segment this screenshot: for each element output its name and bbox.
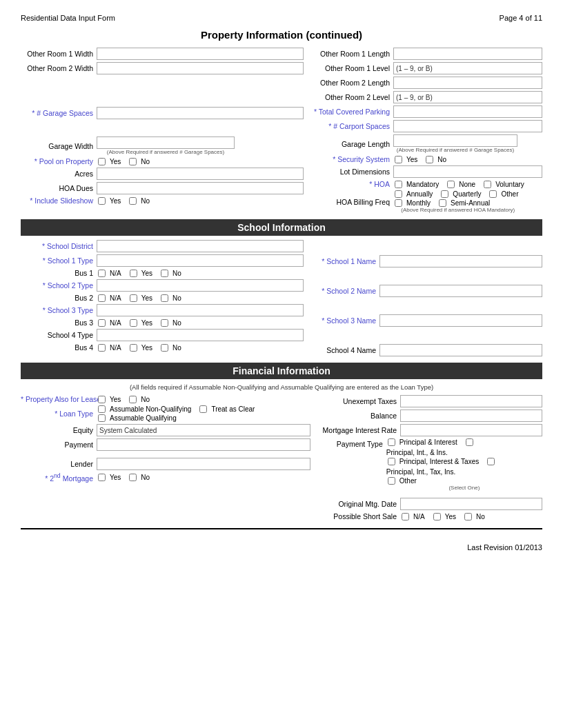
school4-type-row: School 4 Type <box>21 329 304 341</box>
acres-row: Acres <box>21 168 304 180</box>
school2-type-input[interactable] <box>97 279 304 292</box>
loan-type-label: * Loan Type <box>21 410 97 418</box>
short-sale-no-check[interactable] <box>464 513 472 520</box>
hoa-dues-input[interactable] <box>97 182 304 194</box>
hoa-annually-check[interactable] <box>395 190 402 198</box>
payment-type-label: Payment Type <box>310 440 386 448</box>
pt-pi-ins-label: Principal, Int., & Ins. <box>386 449 448 456</box>
bus1-yes-check[interactable] <box>130 270 137 277</box>
assumable-nq-check[interactable] <box>98 405 106 413</box>
lender-row: Lender <box>21 458 310 470</box>
second-mtg-no-check[interactable] <box>129 474 137 481</box>
short-sale-na-label: N/A <box>413 513 425 520</box>
short-sale-yes-check[interactable] <box>433 513 441 520</box>
hoa-other-check[interactable] <box>489 190 497 198</box>
other-room1-length-input[interactable] <box>393 48 542 60</box>
bus3-yes-check[interactable] <box>130 319 137 327</box>
other-room2-length-input[interactable] <box>393 77 542 89</box>
other-room1-width-input[interactable] <box>97 48 304 60</box>
slideshow-no-check[interactable] <box>129 197 137 205</box>
hoa-quarterly-check[interactable] <box>441 190 448 198</box>
original-mtg-date-input[interactable] <box>400 498 542 510</box>
property-lease-label: * Property Also for Lease <box>21 395 97 403</box>
school-district-label: * School District <box>21 242 97 250</box>
bus3-row: Bus 3 N/A Yes No <box>21 318 304 327</box>
hoa-voluntary-check[interactable] <box>484 181 491 188</box>
bus4-na-check[interactable] <box>98 344 106 352</box>
lot-dimensions-input[interactable] <box>393 165 542 178</box>
mortgage-rate-input[interactable] <box>400 424 542 436</box>
pt-piti-check[interactable] <box>487 458 495 465</box>
hoa-semiannual-check[interactable] <box>439 199 446 207</box>
lease-yes-check[interactable] <box>98 396 106 403</box>
school3-name-input[interactable] <box>379 314 542 327</box>
unexempt-taxes-input[interactable] <box>400 395 542 407</box>
garage-length-input[interactable] <box>393 134 517 147</box>
payment-input[interactable] <box>97 438 310 451</box>
school1-type-input[interactable] <box>97 254 304 267</box>
other-room1-length-row: Other Room 1 Length <box>304 48 542 60</box>
balance-label: Balance <box>310 412 400 420</box>
school2-name-input[interactable] <box>379 285 542 297</box>
security-yes-check[interactable] <box>395 156 402 163</box>
garage-length-hint: (Above Required if answered # Garage Spa… <box>393 147 517 153</box>
lender-label: Lender <box>21 460 97 468</box>
payment-type-row: Payment Type Principal & Interest Princi… <box>310 438 542 491</box>
security-no-label: No <box>437 156 446 163</box>
short-sale-na-check[interactable] <box>402 513 409 520</box>
bus3-na-check[interactable] <box>98 319 106 327</box>
other-room2-width-input[interactable] <box>97 62 304 74</box>
school3-type-input[interactable] <box>97 304 304 316</box>
bus3-no-check[interactable] <box>161 319 168 327</box>
pool-no-check[interactable] <box>129 158 137 165</box>
other-room2-level-input[interactable] <box>393 91 542 103</box>
garage-spaces-input[interactable] <box>97 107 304 119</box>
lease-no-check[interactable] <box>129 396 137 403</box>
other-room1-level-input[interactable] <box>393 62 542 74</box>
hoa-monthly-check[interactable] <box>395 199 402 207</box>
balance-input[interactable] <box>400 410 542 422</box>
pt-pi-check[interactable] <box>388 438 395 446</box>
pool-yes-check[interactable] <box>98 158 106 165</box>
pt-pi-ins-check[interactable] <box>466 438 473 446</box>
bus4-row: Bus 4 N/A Yes No <box>21 343 304 352</box>
treat-clear-check[interactable] <box>199 405 207 413</box>
school1-name-input[interactable] <box>379 255 542 267</box>
bus2-na-check[interactable] <box>98 294 106 302</box>
lender-input[interactable] <box>97 458 310 470</box>
bus4-no-check[interactable] <box>161 344 168 352</box>
school-district-row: * School District <box>21 240 304 252</box>
bus1-no-check[interactable] <box>161 270 168 277</box>
school-district-input[interactable] <box>97 240 304 252</box>
other-room1-width-label: Other Room 1 Width <box>21 50 97 58</box>
total-covered-input[interactable] <box>393 105 542 118</box>
garage-width-input[interactable] <box>97 136 235 149</box>
second-mtg-yes-check[interactable] <box>98 474 106 481</box>
school2-type-label: * School 2 Type <box>21 281 97 290</box>
hoa-mandatory-check[interactable] <box>395 181 402 188</box>
slideshow-row: * Include Slideshow Yes No <box>21 196 304 205</box>
short-sale-no-label: No <box>476 513 485 520</box>
bus1-na-check[interactable] <box>98 270 106 277</box>
equity-label: Equity <box>21 426 97 434</box>
bottom-divider <box>21 528 542 529</box>
bus2-no-check[interactable] <box>161 294 168 302</box>
school4-name-input[interactable] <box>379 344 542 356</box>
hoa-none-check[interactable] <box>447 181 455 188</box>
equity-input[interactable] <box>97 424 310 436</box>
slideshow-yes-check[interactable] <box>98 197 106 205</box>
school4-type-input[interactable] <box>97 329 304 341</box>
hoa-billing-row: HOA Billing Freq Annually Quarterly Othe… <box>304 190 542 213</box>
pt-pit-check[interactable] <box>388 458 395 465</box>
pt-other-check[interactable] <box>388 477 395 485</box>
acres-input[interactable] <box>97 168 304 180</box>
carport-spaces-input[interactable] <box>393 120 542 132</box>
bus4-yes-check[interactable] <box>130 344 137 352</box>
acres-label: Acres <box>21 170 97 178</box>
security-yes-label: Yes <box>406 156 417 163</box>
last-revision: Last Revision 01/2013 <box>467 543 542 552</box>
bus2-yes-check[interactable] <box>130 294 137 302</box>
security-no-check[interactable] <box>426 156 433 163</box>
assumable-q-check[interactable] <box>98 414 106 422</box>
bus4-yes-label: Yes <box>141 344 152 352</box>
